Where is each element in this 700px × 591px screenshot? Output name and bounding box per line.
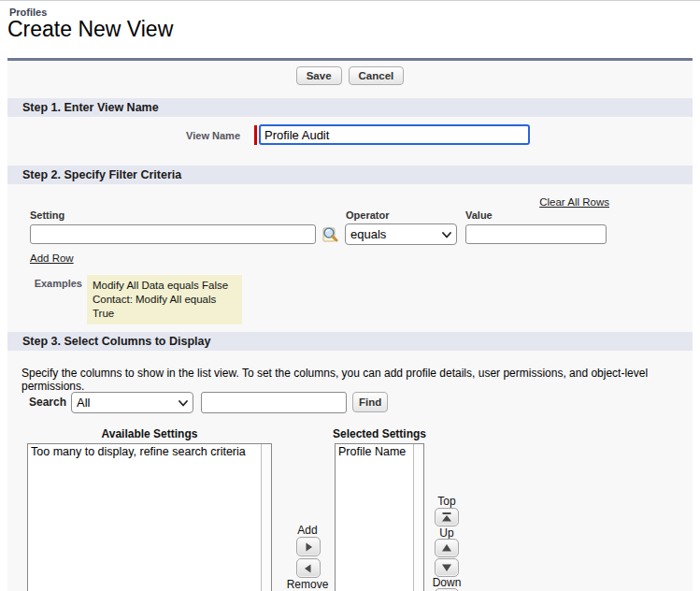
operator-select-wrap: equals — [345, 223, 457, 245]
create-new-view-page: Profiles Create New View Save Cancel Ste… — [0, 0, 700, 591]
clear-all-rows-link[interactable]: Clear All Rows — [539, 196, 609, 208]
find-button[interactable]: Find — [352, 392, 388, 412]
view-name-label: View Name — [56, 130, 240, 141]
up-label: Up — [426, 526, 467, 540]
arrow-up-icon — [440, 541, 453, 555]
page-title: Create New View — [7, 17, 173, 42]
arrow-down-icon — [440, 561, 453, 574]
step3-description: Specify the columns to show in the list … — [21, 367, 687, 393]
step1-header: Step 1. Enter View Name — [7, 98, 693, 117]
required-indicator — [254, 125, 257, 145]
setting-column-label: Setting — [30, 209, 64, 221]
listbox-scrollbar[interactable] — [261, 444, 271, 591]
remove-button[interactable] — [296, 558, 321, 578]
top-label: Top — [426, 495, 467, 508]
operator-select[interactable]: equals — [346, 224, 456, 244]
add-label: Add — [285, 524, 330, 537]
top-divider — [0, 0, 700, 1]
filter-value-input[interactable] — [465, 224, 607, 244]
move-to-top-button[interactable] — [435, 508, 459, 526]
arrow-left-icon — [302, 562, 315, 575]
search-scope-select-wrap: All — [71, 392, 193, 413]
step3-header: Step 3. Select Columns to Display — [7, 332, 693, 351]
magnifier-lookup-icon[interactable] — [321, 225, 339, 243]
examples-box: Modify All Data equals False Contact: Mo… — [87, 275, 242, 324]
toolbar: Save Cancel — [7, 66, 693, 85]
list-item[interactable]: Profile Name — [336, 444, 423, 459]
move-up-button[interactable] — [435, 539, 459, 557]
step2-header: Step 2. Specify Filter Criteria — [7, 166, 693, 184]
add-row-link[interactable]: Add Row — [30, 252, 74, 264]
listbox-scrollbar[interactable] — [413, 444, 423, 591]
examples-label: Examples — [17, 278, 82, 289]
operator-column-label: Operator — [346, 209, 389, 221]
search-input[interactable] — [201, 392, 347, 413]
down-label: Down — [426, 576, 467, 589]
value-column-label: Value — [465, 209, 493, 221]
add-button[interactable] — [296, 537, 321, 556]
arrow-to-top-icon — [440, 511, 453, 524]
available-settings-listbox[interactable]: Too many to display, refine search crite… — [27, 443, 272, 591]
selected-settings-label: Selected Settings — [325, 427, 434, 440]
example-line: Modify All Data equals False — [93, 279, 236, 293]
add-row-wrap: Add Row — [30, 249, 74, 266]
clear-all-rows-wrap: Clear All Rows — [7, 193, 609, 209]
arrow-right-icon — [302, 541, 315, 554]
example-line: Contact: Modify All equals True — [93, 293, 236, 321]
search-label: Search — [29, 396, 66, 409]
selected-settings-listbox[interactable]: Profile Name — [335, 443, 424, 591]
search-scope-select[interactable]: All — [72, 393, 193, 412]
move-down-button[interactable] — [435, 558, 459, 577]
available-settings-label: Available Settings — [27, 427, 272, 440]
save-button[interactable]: Save — [296, 66, 342, 85]
list-item[interactable]: Too many to display, refine search crite… — [28, 444, 271, 459]
cancel-button[interactable]: Cancel — [349, 66, 405, 85]
view-name-input[interactable] — [259, 124, 530, 145]
remove-label: Remove — [281, 578, 334, 591]
filter-setting-input[interactable] — [30, 224, 316, 244]
